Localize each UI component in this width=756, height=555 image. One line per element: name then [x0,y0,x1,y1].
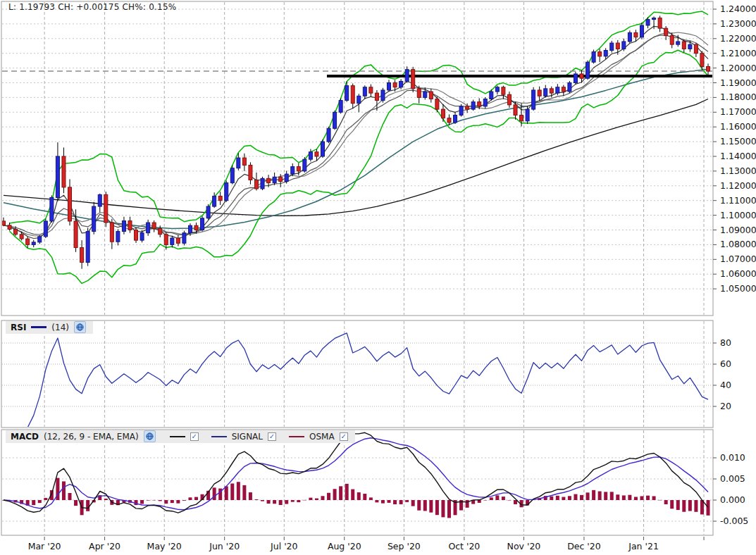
osma-line-sample [289,436,304,437]
svg-text:0.000: 0.000 [720,494,745,505]
signal-checkbox[interactable]: ✓ [268,432,276,441]
rsi-header: RSI (14) [6,321,93,334]
svg-text:1.22000: 1.22000 [720,33,756,44]
svg-text:1.17000: 1.17000 [720,106,756,117]
svg-text:Aug '20: Aug '20 [328,541,361,551]
macd-header: MACD (12, 26, 9 - EMA, EMA) ✓ SIGNAL ✓ O… [6,430,355,443]
svg-text:Jun '20: Jun '20 [209,541,240,551]
macd-line-sample [170,436,185,437]
rsi-params: (14) [51,323,69,332]
svg-text:1.05000: 1.05000 [720,283,756,294]
svg-text:20: 20 [720,401,731,411]
osma-checkbox[interactable]: ✓ [340,432,348,441]
svg-text:40: 40 [720,380,731,390]
trading-chart-app: 1.240001.230001.220001.210001.200001.190… [0,0,756,555]
svg-text:Jul '20: Jul '20 [270,541,297,551]
signal-label: SIGNAL [232,432,263,442]
macd-settings-globe-icon[interactable] [144,430,156,442]
rsi-settings-globe-icon[interactable] [74,321,86,333]
svg-text:1.12000: 1.12000 [720,180,756,191]
macd-title: MACD [11,432,39,442]
svg-text:Dec '20: Dec '20 [567,541,601,551]
macd-params: (12, 26, 9 - EMA, EMA) [44,432,139,442]
svg-text:1.10000: 1.10000 [720,210,756,220]
signal-line-sample [211,436,227,437]
svg-text:1.14000: 1.14000 [720,151,756,161]
svg-text:-0.005: -0.005 [720,516,748,526]
svg-text:1.06000: 1.06000 [720,268,756,279]
svg-text:Oct '20: Oct '20 [448,541,480,551]
svg-text:1.19000: 1.19000 [720,77,756,88]
svg-text:Mar '20: Mar '20 [28,541,61,551]
osma-label: OSMA [309,432,335,442]
svg-text:1.24000: 1.24000 [720,4,756,14]
svg-text:1.20000: 1.20000 [720,63,756,73]
svg-text:Sep '20: Sep '20 [388,541,421,551]
svg-text:1.18000: 1.18000 [720,92,756,102]
svg-text:1.23000: 1.23000 [720,18,756,29]
svg-text:1.09000: 1.09000 [720,225,756,235]
svg-text:1.13000: 1.13000 [720,166,756,176]
svg-text:1.11000: 1.11000 [720,195,756,206]
svg-text:Apr '20: Apr '20 [89,541,120,551]
svg-text:Nov '20: Nov '20 [507,541,541,551]
rsi-line-sample [31,326,47,328]
svg-text:1.15000: 1.15000 [720,136,756,146]
rsi-title: RSI [11,323,26,332]
chart-canvas[interactable]: 1.240001.230001.220001.210001.200001.190… [0,0,756,555]
svg-text:60: 60 [720,358,731,369]
svg-text:1.21000: 1.21000 [720,48,756,58]
svg-text:0.005: 0.005 [720,473,745,484]
svg-text:80: 80 [720,337,731,348]
svg-text:1.16000: 1.16000 [720,121,756,132]
svg-text:May '20: May '20 [147,541,182,551]
last-price-info: L: 1.19793 CH: +0.00175 CH%: 0.15% [8,2,176,12]
macd-line-checkbox[interactable]: ✓ [190,432,199,441]
svg-text:1.08000: 1.08000 [720,239,756,249]
svg-text:Jan '21: Jan '21 [628,541,659,551]
svg-text:0.010: 0.010 [720,452,745,463]
svg-text:1.07000: 1.07000 [720,254,756,264]
